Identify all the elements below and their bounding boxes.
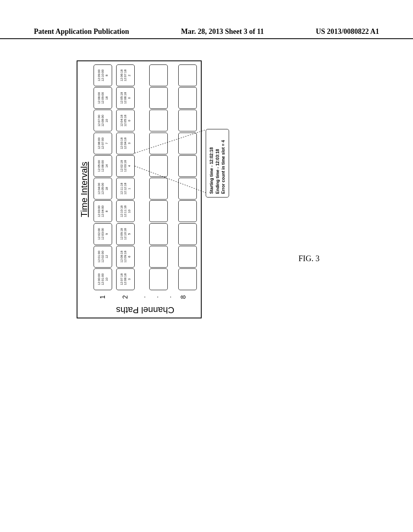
row-label-2: 2 — [116, 292, 135, 302]
cell-start: 12:06:00 — [97, 137, 101, 149]
header-center: Mar. 28, 2013 Sheet 3 of 11 — [181, 27, 264, 36]
interval-cell-empty — [149, 87, 168, 109]
cell-end: 12:02:00 — [101, 251, 104, 262]
title-channel-paths-text: Channel Paths — [116, 305, 174, 315]
callout-line-end: Ending time - 12:03:18 — [215, 133, 221, 194]
interval-cell: 12:09:0012:10:008 — [94, 64, 112, 86]
interval-cell-empty — [178, 200, 197, 222]
interval-cell-empty — [149, 110, 168, 131]
cell-start: 12:08:00 — [97, 92, 101, 104]
interval-cell: 12:10:1812:11:1810 — [116, 200, 135, 222]
title-channel-paths: Channel Paths — [93, 304, 198, 316]
cell-start: 12:06:18 — [120, 69, 123, 81]
row-label-8: 8 — [174, 292, 193, 302]
figure-label: FIG. 3 — [298, 254, 319, 263]
interval-cell: 12:01:0012:02:0012 — [94, 246, 112, 268]
cell-count: 3 — [127, 278, 131, 280]
cell-start: 12:07:00 — [97, 115, 101, 127]
interval-cell-empty — [178, 110, 197, 131]
cell-count: 12 — [105, 255, 108, 258]
interval-cell: 12:05:1812:06:180 — [116, 87, 135, 109]
cell-start: 12:01:00 — [97, 251, 101, 262]
interval-cell-empty — [178, 133, 197, 154]
cell-end: 12:07:18 — [123, 69, 127, 81]
interval-cell-empty — [178, 178, 197, 200]
cell-count: 0 — [127, 97, 131, 99]
cell-start: 12:05:00 — [97, 160, 101, 172]
header-left: Patent Application Publication — [34, 27, 129, 36]
cell-start: 12:03:00 — [97, 206, 101, 217]
interval-cell-empty — [178, 64, 197, 86]
cell-end: 12:05:18 — [123, 115, 127, 127]
interval-cell: 12:02:0012:03:009 — [94, 223, 112, 245]
cell-end: 12:06:00 — [101, 160, 104, 172]
interval-cell: 12:03:1812:04:183 — [116, 133, 135, 154]
interval-cell-empty — [149, 223, 168, 245]
cell-count: 8 — [105, 75, 108, 76]
cell-count: 7 — [105, 143, 108, 144]
cell-count: 4 — [127, 165, 131, 167]
interval-cell-empty — [149, 155, 168, 177]
interval-cell: 12:07:1812:08:183 — [116, 268, 135, 290]
interval-cell: 12:04:0012:05:0018 — [94, 178, 112, 200]
cell-count: 2 — [127, 75, 131, 76]
cell-end: 12:08:18 — [123, 273, 127, 285]
interval-cell-empty — [178, 246, 197, 268]
cell-start: 12:10:18 — [120, 206, 123, 217]
cell-start: 12:03:18 — [120, 137, 123, 149]
interval-cell-empty — [149, 133, 168, 154]
callout-line-start: Starting time - 12:02:18 — [209, 133, 215, 194]
cell-end: 12:09:00 — [101, 92, 104, 104]
interval-cell-empty — [178, 155, 197, 177]
cell-end: 12:01:00 — [101, 273, 104, 285]
cell-end: 12:04:18 — [123, 137, 127, 149]
interval-cell: 12:02:1812:03:184 — [116, 155, 135, 177]
cell-start: 12:09:00 — [97, 69, 101, 81]
cell-count: 10 — [127, 210, 131, 213]
interval-cell: 12:07:0012:08:0010 — [94, 110, 112, 131]
cell-count: 5 — [127, 233, 131, 235]
cell-start: 12:11:18 — [120, 183, 123, 195]
cell-start: 12:02:00 — [97, 228, 101, 240]
interval-cell-empty — [149, 178, 168, 200]
cell-count: 10 — [105, 119, 108, 122]
interval-cell: 12:06:1812:07:182 — [116, 64, 135, 86]
cell-start: 12:00:00 — [97, 273, 101, 285]
cell-end: 12:10:18 — [123, 228, 127, 240]
cell-count: 10 — [105, 278, 108, 281]
cell-start: 12:09:18 — [120, 228, 123, 240]
interval-cell: 12:09:1812:10:185 — [116, 223, 135, 245]
interval-cell-empty — [178, 87, 197, 109]
cell-count: 16 — [105, 96, 108, 100]
cell-end: 12:04:00 — [101, 206, 104, 217]
interval-cell: 12:00:0012:01:0010 — [94, 268, 112, 290]
interval-cell: 12:05:0012:06:0014 — [94, 155, 112, 177]
channel-row-8 — [178, 64, 197, 290]
cell-start: 12:07:18 — [120, 273, 123, 285]
interval-cell-empty — [178, 223, 197, 245]
cell-start: 12:02:18 — [120, 160, 123, 172]
page: Patent Application Publication Mar. 28, … — [0, 0, 413, 532]
interval-cell-empty — [149, 200, 168, 222]
cell-count: 3 — [127, 143, 131, 144]
cell-end: 12:10:00 — [101, 69, 104, 81]
channel-row-2: 12:07:1812:08:183 12:08:1812:09:186 12:0… — [116, 64, 135, 290]
header-right: US 2013/0080822 A1 — [316, 27, 379, 36]
figure-inner: Time Intervals Channel Paths 1 2 . . . 8… — [77, 60, 238, 318]
cell-count: 18 — [105, 187, 108, 190]
interval-cell-empty — [178, 268, 197, 290]
channel-row-mid — [149, 64, 168, 290]
page-header: Patent Application Publication Mar. 28, … — [0, 27, 413, 39]
interval-cell: 12:11:1812:12:181 — [116, 178, 135, 200]
cell-end: 12:03:00 — [101, 228, 104, 240]
cell-count: 0 — [127, 120, 131, 121]
cell-count: 6 — [127, 256, 131, 258]
row-label-dot2: . — [147, 292, 165, 302]
cell-end: 12:03:18 — [123, 160, 127, 172]
interval-cell: 12:04:1812:05:180 — [116, 110, 135, 131]
row-label-1: 1 — [94, 292, 112, 302]
interval-cell-empty — [149, 64, 168, 86]
interval-cell: 12:08:0012:09:0016 — [94, 87, 112, 109]
row-labels: 1 2 . . . 8 — [92, 292, 193, 302]
row-label-dot3: . — [165, 292, 173, 302]
